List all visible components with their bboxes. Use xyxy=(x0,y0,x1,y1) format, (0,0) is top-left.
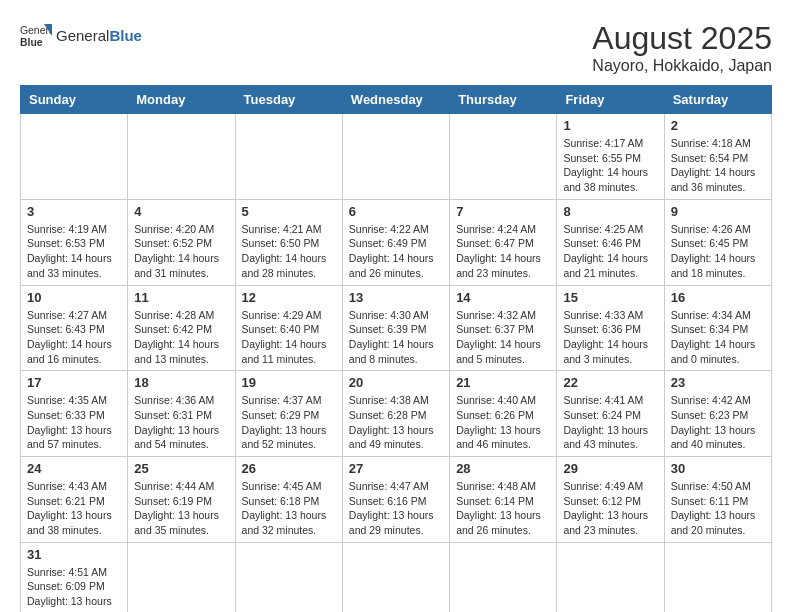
day-number: 14 xyxy=(456,290,550,305)
day-number: 22 xyxy=(563,375,657,390)
day-info: Sunrise: 4:36 AM Sunset: 6:31 PM Dayligh… xyxy=(134,393,228,452)
day-number: 12 xyxy=(242,290,336,305)
days-header-row: SundayMondayTuesdayWednesdayThursdayFrid… xyxy=(21,86,772,114)
calendar-cell: 13Sunrise: 4:30 AM Sunset: 6:39 PM Dayli… xyxy=(342,285,449,371)
calendar-cell xyxy=(342,114,449,200)
logo-text: GeneralBlue xyxy=(56,27,142,45)
calendar-cell xyxy=(128,114,235,200)
calendar-cell xyxy=(557,542,664,612)
day-number: 13 xyxy=(349,290,443,305)
calendar-cell: 22Sunrise: 4:41 AM Sunset: 6:24 PM Dayli… xyxy=(557,371,664,457)
logo: General Blue GeneralBlue xyxy=(20,20,142,52)
day-number: 26 xyxy=(242,461,336,476)
col-header-saturday: Saturday xyxy=(664,86,771,114)
day-number: 11 xyxy=(134,290,228,305)
day-number: 29 xyxy=(563,461,657,476)
day-number: 2 xyxy=(671,118,765,133)
day-info: Sunrise: 4:26 AM Sunset: 6:45 PM Dayligh… xyxy=(671,222,765,281)
day-info: Sunrise: 4:20 AM Sunset: 6:52 PM Dayligh… xyxy=(134,222,228,281)
calendar-cell: 5Sunrise: 4:21 AM Sunset: 6:50 PM Daylig… xyxy=(235,199,342,285)
day-number: 6 xyxy=(349,204,443,219)
svg-text:Blue: Blue xyxy=(20,37,43,48)
calendar-cell: 19Sunrise: 4:37 AM Sunset: 6:29 PM Dayli… xyxy=(235,371,342,457)
day-number: 20 xyxy=(349,375,443,390)
day-info: Sunrise: 4:25 AM Sunset: 6:46 PM Dayligh… xyxy=(563,222,657,281)
calendar-cell xyxy=(128,542,235,612)
day-info: Sunrise: 4:28 AM Sunset: 6:42 PM Dayligh… xyxy=(134,308,228,367)
calendar-cell: 3Sunrise: 4:19 AM Sunset: 6:53 PM Daylig… xyxy=(21,199,128,285)
month-title: August 2025 xyxy=(592,20,772,57)
calendar-cell: 9Sunrise: 4:26 AM Sunset: 6:45 PM Daylig… xyxy=(664,199,771,285)
calendar-cell: 25Sunrise: 4:44 AM Sunset: 6:19 PM Dayli… xyxy=(128,457,235,543)
day-number: 30 xyxy=(671,461,765,476)
day-info: Sunrise: 4:50 AM Sunset: 6:11 PM Dayligh… xyxy=(671,479,765,538)
calendar-cell xyxy=(235,114,342,200)
day-info: Sunrise: 4:29 AM Sunset: 6:40 PM Dayligh… xyxy=(242,308,336,367)
day-number: 17 xyxy=(27,375,121,390)
day-info: Sunrise: 4:38 AM Sunset: 6:28 PM Dayligh… xyxy=(349,393,443,452)
day-number: 7 xyxy=(456,204,550,219)
day-info: Sunrise: 4:24 AM Sunset: 6:47 PM Dayligh… xyxy=(456,222,550,281)
calendar-cell xyxy=(342,542,449,612)
day-info: Sunrise: 4:17 AM Sunset: 6:55 PM Dayligh… xyxy=(563,136,657,195)
calendar-cell xyxy=(235,542,342,612)
day-info: Sunrise: 4:40 AM Sunset: 6:26 PM Dayligh… xyxy=(456,393,550,452)
calendar-cell: 29Sunrise: 4:49 AM Sunset: 6:12 PM Dayli… xyxy=(557,457,664,543)
calendar-cell xyxy=(450,114,557,200)
calendar-table: SundayMondayTuesdayWednesdayThursdayFrid… xyxy=(20,85,772,612)
calendar-cell: 14Sunrise: 4:32 AM Sunset: 6:37 PM Dayli… xyxy=(450,285,557,371)
day-info: Sunrise: 4:41 AM Sunset: 6:24 PM Dayligh… xyxy=(563,393,657,452)
calendar-cell: 4Sunrise: 4:20 AM Sunset: 6:52 PM Daylig… xyxy=(128,199,235,285)
location-title: Nayoro, Hokkaido, Japan xyxy=(592,57,772,75)
header: General Blue GeneralBlue August 2025 Nay… xyxy=(20,20,772,75)
calendar-cell: 10Sunrise: 4:27 AM Sunset: 6:43 PM Dayli… xyxy=(21,285,128,371)
day-info: Sunrise: 4:51 AM Sunset: 6:09 PM Dayligh… xyxy=(27,565,121,612)
calendar-cell: 16Sunrise: 4:34 AM Sunset: 6:34 PM Dayli… xyxy=(664,285,771,371)
calendar-week-row: 31Sunrise: 4:51 AM Sunset: 6:09 PM Dayli… xyxy=(21,542,772,612)
calendar-cell: 18Sunrise: 4:36 AM Sunset: 6:31 PM Dayli… xyxy=(128,371,235,457)
day-info: Sunrise: 4:33 AM Sunset: 6:36 PM Dayligh… xyxy=(563,308,657,367)
calendar-body: 1Sunrise: 4:17 AM Sunset: 6:55 PM Daylig… xyxy=(21,114,772,613)
day-info: Sunrise: 4:18 AM Sunset: 6:54 PM Dayligh… xyxy=(671,136,765,195)
col-header-friday: Friday xyxy=(557,86,664,114)
calendar-cell: 28Sunrise: 4:48 AM Sunset: 6:14 PM Dayli… xyxy=(450,457,557,543)
day-number: 19 xyxy=(242,375,336,390)
title-area: August 2025 Nayoro, Hokkaido, Japan xyxy=(592,20,772,75)
day-info: Sunrise: 4:27 AM Sunset: 6:43 PM Dayligh… xyxy=(27,308,121,367)
day-info: Sunrise: 4:45 AM Sunset: 6:18 PM Dayligh… xyxy=(242,479,336,538)
day-number: 28 xyxy=(456,461,550,476)
calendar-cell: 26Sunrise: 4:45 AM Sunset: 6:18 PM Dayli… xyxy=(235,457,342,543)
calendar-cell: 7Sunrise: 4:24 AM Sunset: 6:47 PM Daylig… xyxy=(450,199,557,285)
day-info: Sunrise: 4:37 AM Sunset: 6:29 PM Dayligh… xyxy=(242,393,336,452)
calendar-cell: 15Sunrise: 4:33 AM Sunset: 6:36 PM Dayli… xyxy=(557,285,664,371)
day-number: 15 xyxy=(563,290,657,305)
day-info: Sunrise: 4:34 AM Sunset: 6:34 PM Dayligh… xyxy=(671,308,765,367)
calendar-cell: 24Sunrise: 4:43 AM Sunset: 6:21 PM Dayli… xyxy=(21,457,128,543)
calendar-cell: 20Sunrise: 4:38 AM Sunset: 6:28 PM Dayli… xyxy=(342,371,449,457)
calendar-cell xyxy=(21,114,128,200)
calendar-cell xyxy=(664,542,771,612)
day-number: 9 xyxy=(671,204,765,219)
calendar-week-row: 1Sunrise: 4:17 AM Sunset: 6:55 PM Daylig… xyxy=(21,114,772,200)
day-info: Sunrise: 4:22 AM Sunset: 6:49 PM Dayligh… xyxy=(349,222,443,281)
day-info: Sunrise: 4:32 AM Sunset: 6:37 PM Dayligh… xyxy=(456,308,550,367)
calendar-cell xyxy=(450,542,557,612)
day-number: 25 xyxy=(134,461,228,476)
calendar-cell: 21Sunrise: 4:40 AM Sunset: 6:26 PM Dayli… xyxy=(450,371,557,457)
col-header-monday: Monday xyxy=(128,86,235,114)
day-number: 5 xyxy=(242,204,336,219)
day-number: 23 xyxy=(671,375,765,390)
day-info: Sunrise: 4:19 AM Sunset: 6:53 PM Dayligh… xyxy=(27,222,121,281)
day-info: Sunrise: 4:35 AM Sunset: 6:33 PM Dayligh… xyxy=(27,393,121,452)
day-number: 31 xyxy=(27,547,121,562)
day-number: 24 xyxy=(27,461,121,476)
day-number: 10 xyxy=(27,290,121,305)
col-header-sunday: Sunday xyxy=(21,86,128,114)
col-header-tuesday: Tuesday xyxy=(235,86,342,114)
day-info: Sunrise: 4:42 AM Sunset: 6:23 PM Dayligh… xyxy=(671,393,765,452)
calendar-week-row: 10Sunrise: 4:27 AM Sunset: 6:43 PM Dayli… xyxy=(21,285,772,371)
day-info: Sunrise: 4:43 AM Sunset: 6:21 PM Dayligh… xyxy=(27,479,121,538)
calendar-week-row: 17Sunrise: 4:35 AM Sunset: 6:33 PM Dayli… xyxy=(21,371,772,457)
day-info: Sunrise: 4:49 AM Sunset: 6:12 PM Dayligh… xyxy=(563,479,657,538)
calendar-cell: 1Sunrise: 4:17 AM Sunset: 6:55 PM Daylig… xyxy=(557,114,664,200)
